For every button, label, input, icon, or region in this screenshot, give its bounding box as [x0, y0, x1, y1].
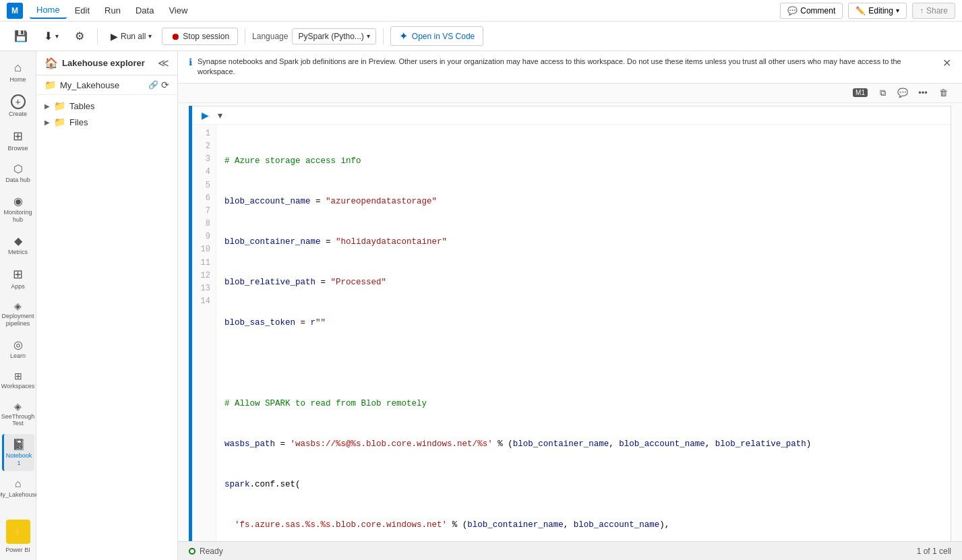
notebook-content: ▶ ▾ 1 2 3 4 5 6 7 8 — [178, 103, 962, 541]
powerbi-label: Power BI — [5, 547, 30, 553]
save-button[interactable]: 💾 — [8, 26, 34, 46]
notebook-icon: 📓 — [12, 438, 26, 451]
sidebar-item-notebook1[interactable]: 📓 Notebook 1 — [2, 434, 34, 471]
cell-more-button[interactable]: ••• — [915, 85, 931, 101]
collapse-panel-button[interactable]: ≪ — [158, 57, 169, 69]
cell-comment-button[interactable]: 💬 — [895, 85, 911, 101]
sidebar-item-home[interactable]: ⌂ Home — [2, 57, 34, 88]
play-icon: ▶ — [111, 31, 118, 42]
menu-bar: M Home Edit Run Data View 💬 Comment ✏️ E… — [0, 0, 962, 22]
cell-content-wrapper: ▶ ▾ 1 2 3 4 5 6 7 8 — [192, 106, 951, 541]
code-editor[interactable]: 1 2 3 4 5 6 7 8 9 10 11 12 13 — [192, 125, 951, 541]
explorer-tree: ▶ 📁 Tables ▶ 📁 Files — [36, 95, 177, 133]
tree-item-tables[interactable]: ▶ 📁 Tables — [36, 98, 177, 114]
menu-data[interactable]: Data — [129, 3, 160, 18]
download-icon: ⬇ — [44, 30, 53, 42]
sidebar-item-learn[interactable]: ◎ Learn — [2, 334, 34, 364]
open-vscode-button[interactable]: ✦ Open in VS Code — [390, 26, 483, 46]
menu-edit[interactable]: Edit — [68, 3, 96, 18]
cell-badge: M1 — [853, 88, 868, 97]
monitoring-icon: ◉ — [13, 195, 23, 208]
metrics-icon: ◆ — [14, 235, 22, 247]
sidebar-item-datahub[interactable]: ⬡ Data hub — [2, 158, 34, 188]
sidebar-item-workspaces[interactable]: ⊞ Workspaces — [2, 367, 34, 394]
menu-view[interactable]: View — [162, 3, 194, 18]
tree-item-files[interactable]: ▶ 📁 Files — [36, 114, 177, 130]
link-icon[interactable]: 🔗 — [148, 80, 158, 90]
seethrough-icon: ◈ — [14, 401, 22, 412]
lakehouse-explorer-icon: 🏠 — [44, 57, 58, 69]
folder-icon: 📁 — [54, 100, 65, 111]
cell-count: 1 of 1 cell — [917, 547, 951, 556]
sidebar-item-browse[interactable]: ⊞ Browse — [2, 125, 34, 156]
home-icon: ⌂ — [14, 61, 22, 75]
cell-delete-button[interactable]: 🗑 — [935, 85, 951, 101]
comment-icon: 💬 — [787, 6, 798, 15]
download-button[interactable]: ⬇ ▾ — [38, 26, 65, 46]
menu-home[interactable]: Home — [30, 2, 67, 19]
stop-icon: ⏺ — [171, 31, 180, 42]
editing-button[interactable]: ✏️ Editing ▾ — [848, 3, 907, 19]
toolbar-separator-2 — [245, 28, 245, 44]
browse-icon: ⊞ — [13, 129, 23, 144]
sidebar-icons: ⌂ Home + Create ⊞ Browse ⬡ Data hub ◉ Mo… — [0, 51, 36, 560]
sidebar-item-mylakehouse[interactable]: ⌂ My_Lakehouse — [2, 474, 34, 503]
info-icon: ℹ — [189, 57, 192, 67]
language-dropdown[interactable]: PySpark (Pytho...) ▾ — [292, 28, 375, 44]
lakehouse-folder-icon: 📁 — [44, 80, 56, 90]
sidebar-item-apps[interactable]: ⊞ Apps — [2, 263, 34, 294]
chevron-right-icon: ▶ — [44, 119, 50, 126]
chevron-right-icon: ▶ — [44, 102, 50, 110]
settings-button[interactable]: ⚙ — [69, 26, 90, 46]
main-content: ⌂ Home + Create ⊞ Browse ⬡ Data hub ◉ Mo… — [0, 51, 962, 560]
share-button[interactable]: ↑ Share — [912, 3, 955, 19]
folder-icon: 📁 — [54, 117, 65, 127]
sidebar-item-create[interactable]: + Create — [2, 90, 34, 122]
chevron-down-icon: ▾ — [896, 7, 899, 14]
gear-icon: ⚙ — [75, 30, 84, 42]
comment-button[interactable]: 💬 Comment — [780, 3, 843, 19]
chevron-down-icon: ▾ — [148, 32, 152, 40]
lakehouse-entry: 📁 My_Lakehouse 🔗 ⟳ — [36, 75, 177, 95]
refresh-icon[interactable]: ⟳ — [161, 80, 169, 90]
powerbi-icon[interactable]: ⚡ — [6, 520, 30, 544]
chevron-down-icon: ▾ — [55, 32, 59, 40]
chevron-down-icon: ▾ — [367, 32, 370, 40]
cell-run-button[interactable]: ▶ — [198, 108, 212, 123]
sidebar-item-metrics[interactable]: ◆ Metrics — [2, 230, 34, 260]
toolbar: 💾 ⬇ ▾ ⚙ ▶ Run all ▾ ⏺ Stop session Langu… — [0, 22, 962, 51]
language-selector: Language PySpark (Pytho...) ▾ — [252, 28, 376, 44]
explorer-header: 🏠 Lakehouse explorer ≪ — [36, 51, 177, 75]
status-indicator — [189, 548, 196, 555]
stop-session-button[interactable]: ⏺ Stop session — [162, 28, 238, 45]
status-ready: Ready — [189, 547, 223, 556]
workspaces-icon: ⊞ — [14, 371, 22, 381]
run-all-button[interactable]: ▶ Run all ▾ — [104, 28, 158, 45]
apps-icon: ⊞ — [13, 267, 23, 282]
cell-toolbar: ▶ ▾ — [192, 106, 951, 125]
sidebar-item-seethrough[interactable]: ◈ SeeThrough Test — [2, 397, 34, 432]
deployment-icon: ◈ — [14, 301, 22, 311]
code-cell: ▶ ▾ 1 2 3 4 5 6 7 8 — [178, 106, 962, 541]
toolbar-separator — [97, 28, 98, 44]
explorer-title: Lakehouse explorer — [62, 58, 145, 68]
sidebar-item-monitoring[interactable]: ◉ Monitoring hub — [2, 191, 34, 228]
menu-run[interactable]: Run — [98, 3, 127, 18]
info-banner-text: Synapse notebooks and Spark job definiti… — [198, 57, 937, 77]
code-text[interactable]: # Azure storage access info blob_account… — [216, 125, 951, 541]
close-banner-button[interactable]: ✕ — [942, 57, 951, 69]
cell-collapse-button[interactable]: ▾ — [212, 108, 227, 123]
edit-icon: ✏️ — [855, 6, 866, 15]
sidebar-item-deployment[interactable]: ◈ Deployment pipelines — [2, 297, 34, 332]
cell-copy-button[interactable]: ⧉ — [874, 85, 891, 101]
vscode-icon: ✦ — [399, 30, 408, 42]
save-icon: 💾 — [14, 30, 28, 42]
create-icon: + — [11, 94, 26, 109]
learn-icon: ◎ — [13, 338, 23, 351]
lakehouse-sidebar-icon: ⌂ — [15, 478, 22, 490]
toolbar-separator-3 — [383, 28, 384, 44]
cell-top-actions: M1 ⧉ 💬 ••• 🗑 — [178, 84, 962, 103]
notebook-area: ℹ Synapse notebooks and Spark job defini… — [178, 51, 962, 560]
lakehouse-name: My_Lakehouse — [60, 80, 119, 90]
status-bar: Ready 1 of 1 cell — [178, 541, 962, 560]
